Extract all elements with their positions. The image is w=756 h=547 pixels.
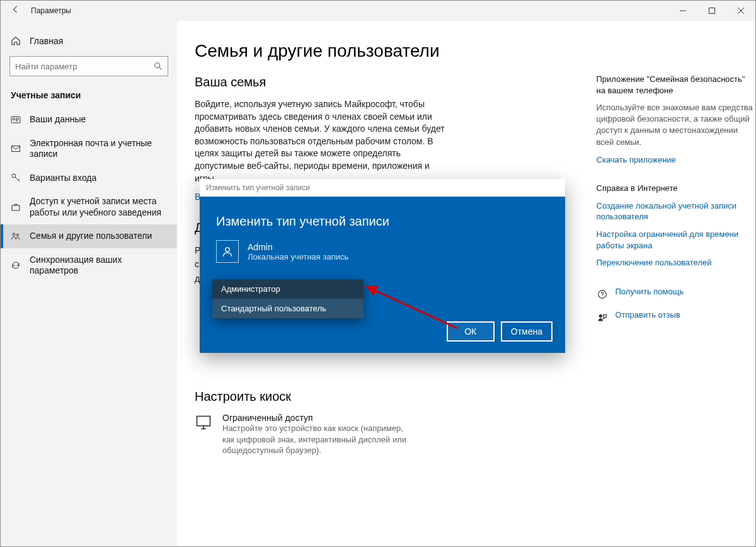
kiosk-item-title: Ограниченный доступ (222, 413, 411, 423)
sidebar-category: Учетные записи (1, 88, 177, 108)
sidebar-home[interactable]: Главная (1, 32, 177, 51)
kiosk-item-desc: Настройте это устройство как киоск (напр… (222, 423, 411, 456)
change-account-type-dialog: Изменить тип учетной записи Изменить тип… (200, 179, 565, 353)
svg-rect-6 (12, 205, 20, 210)
account-type-dropdown[interactable]: Администратор Стандартный пользователь (212, 279, 364, 318)
dialog-user-name: Admin (248, 242, 348, 252)
sidebar-item-label: Ваши данные (30, 114, 86, 125)
sidebar-item-sync[interactable]: Синхронизация ваших параметров (1, 248, 177, 283)
back-button[interactable] (1, 5, 31, 16)
maximize-button[interactable] (697, 1, 726, 21)
sync-icon (11, 260, 21, 270)
sidebar-home-label: Главная (30, 36, 63, 46)
dropdown-option-admin[interactable]: Администратор (212, 279, 364, 299)
right-sidebar: Приложение "Семейная безопасность" на ва… (597, 41, 755, 546)
sidebar-item-your-info[interactable]: Ваши данные (1, 108, 177, 132)
person-card-icon (11, 115, 21, 125)
ok-button[interactable]: ОК (447, 321, 495, 342)
window-title: Параметры (31, 6, 71, 15)
dialog-user-type: Локальная учетная запись (248, 252, 348, 262)
mail-icon (11, 144, 21, 154)
dropdown-option-standard[interactable]: Стандартный пользователь (212, 299, 364, 318)
cancel-button[interactable]: Отмена (501, 321, 553, 342)
sidebar-item-label: Электронная почта и учетные записи (30, 138, 167, 160)
kiosk-item[interactable]: Ограниченный доступ Настройте это устрой… (195, 413, 587, 456)
briefcase-icon (11, 202, 21, 212)
key-icon (11, 173, 21, 183)
dialog-heading: Изменить тип учетной записи (216, 214, 549, 229)
help-icon (597, 289, 608, 300)
dialog-titlebar: Изменить тип учетной записи (200, 179, 565, 197)
right-help-heading: Справка в Интернете (597, 183, 755, 194)
window-titlebar: Параметры (1, 1, 755, 21)
svg-rect-9 (197, 417, 210, 426)
avatar-icon (216, 240, 239, 263)
svg-rect-0 (709, 8, 715, 14)
svg-point-10 (598, 291, 606, 299)
section-family-title: Ваша семья (195, 75, 587, 89)
svg-point-3 (13, 118, 14, 120)
page-title: Семья и другие пользователи (195, 41, 587, 61)
sidebar-item-email[interactable]: Электронная почта и учетные записи (1, 132, 177, 166)
sidebar-item-label: Варианты входа (30, 173, 96, 184)
sidebar-item-label: Синхронизация ваших параметров (30, 255, 167, 277)
sidebar-item-label: Семья и другие пользователи (30, 231, 152, 242)
help-link-screen-time[interactable]: Настройка ограничений для времени работы… (597, 229, 755, 251)
sidebar-item-label: Доступ к учетной записи места работы или… (30, 196, 167, 218)
help-link-switch-users[interactable]: Переключение пользователей (597, 257, 755, 268)
get-help-link[interactable]: Получить помощь (597, 286, 755, 304)
search-icon (154, 62, 163, 71)
svg-point-12 (226, 248, 229, 251)
people-icon (11, 231, 21, 241)
search-input[interactable] (15, 62, 141, 71)
svg-point-7 (13, 233, 15, 236)
dialog-user-row: Admin Локальная учетная запись (216, 240, 549, 263)
sidebar: Главная Учетные записи Ваши данные Элект… (1, 21, 177, 546)
search-box[interactable] (9, 56, 168, 76)
monitor-icon (195, 414, 212, 432)
sidebar-item-signin[interactable]: Варианты входа (1, 166, 177, 190)
sidebar-item-work[interactable]: Доступ к учетной записи места работы или… (1, 190, 177, 224)
home-icon (11, 36, 21, 46)
minimize-button[interactable] (668, 1, 697, 21)
feedback-icon (597, 313, 608, 324)
svg-point-8 (16, 234, 19, 236)
right-app-desc: Используйте все знакомые вам средства ци… (597, 102, 755, 148)
right-app-heading: Приложение "Семейная безопасность" на ва… (597, 74, 755, 96)
section-family-desc: Войдите, используя учетную запись Майкро… (195, 98, 447, 185)
svg-rect-4 (12, 146, 20, 152)
sidebar-item-family[interactable]: Семья и другие пользователи (1, 224, 177, 248)
section-kiosk-title: Настроить киоск (195, 389, 587, 404)
svg-point-1 (155, 63, 160, 68)
help-link-local-account[interactable]: Создание локальной учетной записи пользо… (597, 200, 755, 222)
feedback-link[interactable]: Отправить отзыв (597, 309, 755, 327)
close-button[interactable] (726, 1, 755, 21)
svg-point-11 (599, 314, 602, 318)
download-app-link[interactable]: Скачать приложение (597, 154, 755, 166)
